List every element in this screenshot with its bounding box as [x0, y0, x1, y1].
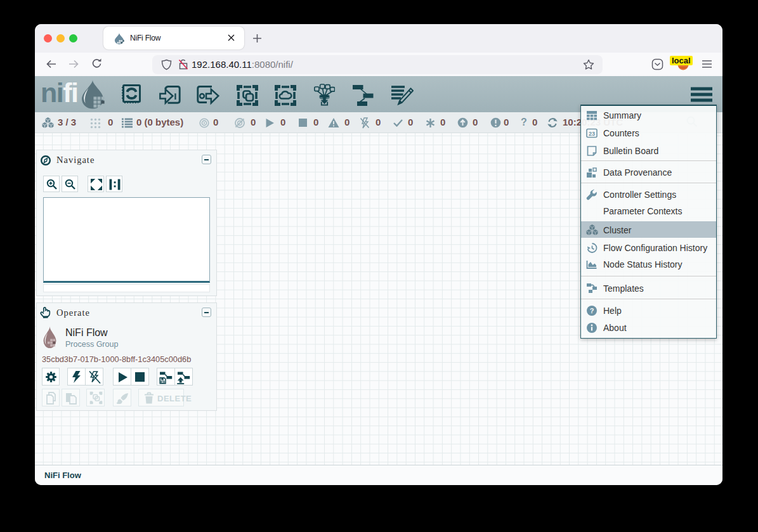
svg-text:?: ? [590, 307, 594, 315]
svg-text:23: 23 [589, 130, 595, 136]
